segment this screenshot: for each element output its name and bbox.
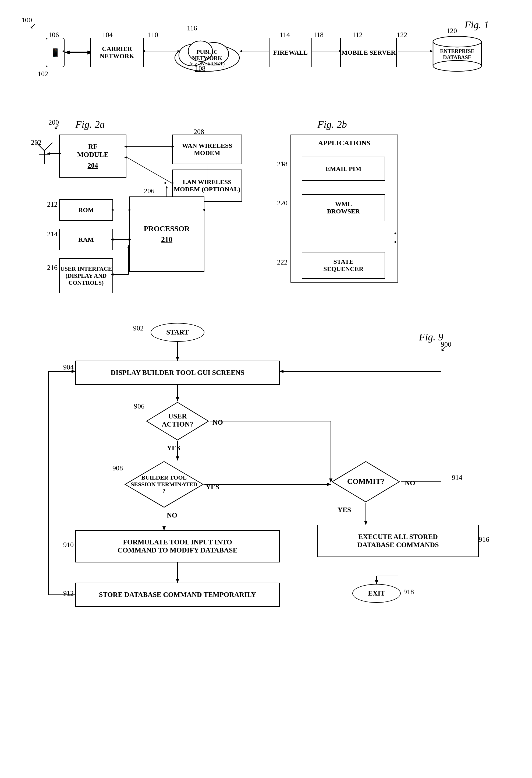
fig9-ref-916: 916	[479, 536, 489, 544]
builder-terminated-diamond: BUILDER TOOL SESSION TERMINATED ?	[124, 460, 204, 509]
svg-text:SESSION TERMINATED: SESSION TERMINATED	[131, 481, 197, 488]
fig2a-ref-216: 216	[47, 264, 58, 272]
svg-marker-43	[164, 182, 166, 184]
store-command-rect: STORE DATABASE COMMAND TEMPORARILY	[75, 582, 280, 607]
fig2b-ref-220: 220	[277, 199, 287, 207]
fig2a-ref-208: 208	[194, 128, 204, 136]
fig9-ref-906: 906	[134, 402, 145, 410]
fig1-ref-122: 122	[397, 31, 407, 39]
fig1-title: Fig. 1	[464, 19, 489, 31]
carrier-network-box: CARRIER NETWORK	[90, 38, 144, 67]
svg-line-38	[127, 157, 172, 183]
fig9-ref-902: 902	[133, 324, 144, 332]
wml-browser-box: WMLBROWSER	[302, 194, 385, 221]
processor-box: PROCESSOR 210	[129, 197, 204, 272]
fig1-ref-102: 102	[38, 70, 48, 78]
svg-marker-48	[166, 186, 168, 188]
fig9-ref-912: 912	[63, 589, 74, 598]
no-label-terminated: NO	[167, 511, 177, 519]
start-oval: START	[151, 323, 204, 342]
svg-text:BUILDER TOOL: BUILDER TOOL	[142, 474, 187, 481]
fig1-ref-106: 106	[49, 31, 59, 39]
fig2a-arrow: ↙	[54, 123, 60, 131]
mobile-server-box: MOBILE SERVER	[340, 38, 397, 67]
fig1-ref-118: 118	[313, 31, 324, 39]
yes-label-commit: YES	[338, 506, 351, 514]
fig2b-title: Fig. 2b	[318, 119, 347, 130]
yes-label-user-action: YES	[167, 444, 180, 452]
ram-box: RAM	[59, 229, 113, 250]
fig9-title: Fig. 9	[419, 331, 443, 343]
fig1-ref-114: 114	[280, 31, 290, 39]
public-network-cloud: PUBLIC NETWORK (e.g. INTERNET) 108	[171, 31, 243, 74]
ui-box: USER INTERFACE(DISPLAY ANDCONTROLS)	[59, 258, 113, 293]
fig9-ref-904: 904	[63, 363, 74, 371]
exit-oval: EXIT	[352, 584, 401, 603]
rf-module-box: RF MODULE 204	[59, 135, 126, 178]
fig1-diagram: 100 ↙ Fig. 1 📱 102 106	[21, 16, 511, 102]
svg-line-30	[45, 143, 53, 151]
svg-text:USER: USER	[168, 412, 187, 420]
page: 100 ↙ Fig. 1 📱 102 106	[0, 0, 532, 778]
svg-text:COMMIT?: COMMIT?	[347, 477, 384, 485]
user-action-diamond: USER ACTION?	[145, 401, 210, 441]
fig9-ref-910: 910	[63, 541, 74, 549]
fig2a-ref-202: 202	[31, 139, 41, 147]
fig1-ref-120: 120	[446, 27, 457, 35]
fig2a-title: Fig. 2a	[75, 119, 105, 130]
svg-text:NETWORK: NETWORK	[192, 55, 223, 61]
fig1-ref-112: 112	[352, 31, 363, 39]
svg-text:?: ?	[163, 488, 166, 494]
fig2a-ref-212: 212	[47, 201, 58, 209]
no-label-commit: NO	[405, 479, 415, 487]
fig2b-arrow-218: └	[280, 161, 284, 168]
no-label-user-action: NO	[212, 418, 223, 426]
svg-text:PUBLIC: PUBLIC	[196, 49, 217, 55]
fig1-ref-104: 104	[102, 31, 113, 39]
fig2a-ref-206: 206	[144, 187, 154, 195]
svg-text:ACTION?: ACTION?	[162, 420, 193, 428]
applications-label: APPLICATIONS	[291, 135, 397, 151]
svg-text:ENTERPRISE: ENTERPRISE	[440, 48, 474, 54]
fig2b-ref-222: 222	[277, 258, 287, 266]
enterprise-db-cylinder: ENTERPRISE DATABASE	[430, 33, 484, 75]
fig9-ref-914: 914	[452, 474, 462, 482]
rom-box: ROM	[59, 199, 113, 221]
formulate-rect: FORMULATE TOOL INPUT INTOCOMMAND TO MODI…	[75, 530, 280, 562]
fig9-ref-908: 908	[112, 464, 123, 472]
fig9-ref-918: 918	[404, 588, 414, 596]
fig1-ref-110: 110	[148, 31, 158, 39]
wan-modem-box: WAN WIRELESSMODEM	[172, 135, 242, 164]
state-sequencer-box: STATESEQUENCER	[302, 252, 385, 279]
fig9-diagram: Fig. 9 900 ↙ START 902 DISPLAY BUILDER T…	[21, 318, 511, 614]
svg-text:DATABASE: DATABASE	[443, 54, 471, 60]
mobile-device-icon: 📱	[46, 38, 65, 67]
yes-label-terminated: YES	[206, 483, 219, 491]
applications-container: APPLICATIONS EMAIL PIM WMLBROWSER •• STA…	[290, 135, 398, 283]
display-builder-rect: DISPLAY BUILDER TOOL GUI SCREENS	[75, 361, 280, 385]
email-pim-box: EMAIL PIM	[302, 157, 385, 181]
execute-all-rect: EXECUTE ALL STOREDDATABASE COMMANDS	[318, 525, 479, 557]
firewall-box: FIREWALL	[269, 38, 312, 67]
svg-point-24	[433, 36, 481, 47]
dots: ••	[342, 229, 449, 246]
svg-point-25	[433, 61, 481, 71]
fig2-diagram: Fig. 2a 200 ↙ 202 RF MODULE 204 WAN WIRE…	[21, 119, 511, 301]
fig1-ref-116: 116	[187, 24, 197, 32]
commit-diamond: COMMIT?	[331, 460, 401, 503]
fig1-arrow: ↙	[29, 21, 36, 30]
fig2a-ref-214: 214	[47, 230, 58, 238]
fig9-arrow: ↙	[441, 344, 446, 353]
